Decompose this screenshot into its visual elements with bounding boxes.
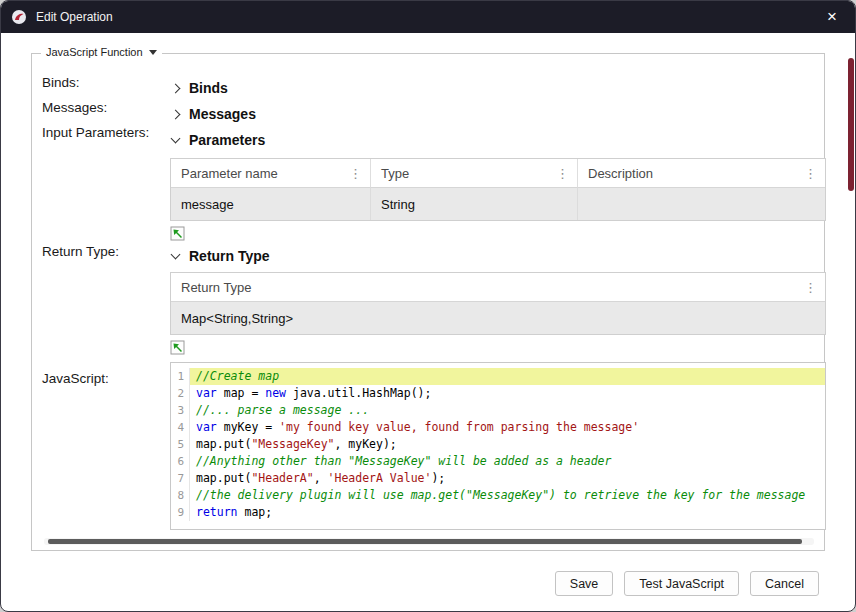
code-line: 7map.put("HeaderA", 'HeaderA Value');	[171, 470, 825, 487]
line-number: 6	[171, 453, 190, 470]
code-line: 1//Create map	[171, 368, 825, 385]
app-icon	[11, 9, 27, 25]
close-icon[interactable]: ×	[809, 1, 855, 33]
parameters-table: Parameter name⋮Type⋮Description⋮ message…	[170, 158, 826, 221]
binds-section-title: Binds	[189, 80, 228, 96]
parameters-table-cell[interactable]: message	[171, 188, 371, 220]
return-type-column-header: Return Type ⋮	[171, 273, 825, 302]
operation-type-dropdown[interactable]: JavaScript Function	[41, 46, 162, 58]
return-type-section-toggle[interactable]: Return Type	[172, 248, 270, 264]
column-menu-icon[interactable]: ⋮	[553, 166, 572, 181]
parameters-column-header: Parameter name⋮	[171, 159, 371, 188]
messages-section-toggle[interactable]: Messages	[172, 106, 256, 122]
code-line: 6//Anything other than "MessageKey" will…	[171, 453, 825, 470]
column-header-label: Type	[381, 166, 409, 181]
return-type-section-title: Return Type	[189, 248, 270, 264]
code-line: 2var map = new java.util.HashMap();	[171, 385, 825, 402]
window-title: Edit Operation	[36, 10, 113, 24]
line-number: 8	[171, 487, 190, 504]
input-parameters-label: Input Parameters:	[42, 125, 149, 140]
operation-type-label: JavaScript Function	[46, 46, 143, 58]
parameters-section-title: Parameters	[189, 132, 265, 148]
expression-editor-icon[interactable]	[170, 340, 185, 355]
column-header-label: Parameter name	[181, 166, 278, 181]
cancel-button[interactable]: Cancel	[750, 571, 819, 596]
code-line: 8//the delivery plugin will use map.get(…	[171, 487, 825, 504]
chevron-down-icon	[149, 50, 157, 55]
line-number: 9	[171, 504, 190, 521]
line-number: 4	[171, 419, 190, 436]
javascript-label: JavaScript:	[42, 371, 109, 386]
line-number: 5	[171, 436, 190, 453]
line-number: 2	[171, 385, 190, 402]
test-javascript-button[interactable]: Test JavaScript	[624, 571, 739, 596]
horizontal-scrollbar	[44, 538, 814, 545]
code-line: 9return map;	[171, 504, 825, 521]
save-button[interactable]: Save	[555, 571, 614, 596]
line-number: 1	[171, 368, 190, 385]
column-menu-icon[interactable]: ⋮	[346, 166, 365, 181]
parameters-column-header: Type⋮	[371, 159, 578, 188]
chevron-right-icon	[171, 83, 181, 93]
messages-section-title: Messages	[189, 106, 256, 122]
code-line: 4var myKey = 'my found key value, found …	[171, 419, 825, 436]
column-menu-icon[interactable]: ⋮	[801, 166, 820, 181]
horizontal-scrollbar-thumb[interactable]	[48, 539, 802, 544]
column-header-label: Description	[588, 166, 653, 181]
parameters-column-header: Description⋮	[578, 159, 825, 188]
code-lines: 1//Create map2var map = new java.util.Ha…	[171, 368, 825, 521]
code-text: var map = new java.util.HashMap();	[190, 385, 825, 402]
javascript-code-editor[interactable]: 1//Create map2var map = new java.util.Ha…	[170, 362, 826, 530]
chevron-right-icon	[171, 109, 181, 119]
code-text: return map;	[190, 504, 825, 521]
chevron-down-icon	[171, 249, 181, 259]
parameters-table-row: messageString	[171, 188, 825, 220]
code-line: 3//... parse a message ...	[171, 402, 825, 419]
expression-editor-icon[interactable]	[170, 226, 185, 241]
footer-buttons: Save Test JavaScript Cancel	[555, 571, 819, 596]
code-text: var myKey = 'my found key value, found f…	[190, 419, 825, 436]
titlebar: Edit Operation ×	[1, 1, 855, 33]
binds-label: Binds:	[42, 75, 80, 90]
line-number: 7	[171, 470, 190, 487]
code-text: map.put("HeaderA", 'HeaderA Value');	[190, 470, 825, 487]
code-text: //... parse a message ...	[190, 402, 825, 419]
line-number: 3	[171, 402, 190, 419]
parameters-table-cell[interactable]	[578, 188, 825, 220]
return-type-cell[interactable]: Map<String,String>	[171, 302, 825, 334]
parameters-section-toggle[interactable]: Parameters	[172, 132, 265, 148]
parameters-table-cell[interactable]: String	[371, 188, 578, 220]
chevron-down-icon	[171, 133, 181, 143]
code-line: 5map.put("MessageKey", myKey);	[171, 436, 825, 453]
messages-label: Messages:	[42, 100, 107, 115]
binds-section-toggle[interactable]: Binds	[172, 80, 228, 96]
vertical-scrollbar-thumb[interactable]	[848, 58, 854, 191]
return-type-label: Return Type:	[42, 244, 119, 259]
code-text: //Anything other than "MessageKey" will …	[190, 453, 825, 470]
column-menu-icon[interactable]: ⋮	[801, 280, 820, 295]
code-text: //Create map	[190, 368, 825, 385]
code-text: map.put("MessageKey", myKey);	[190, 436, 825, 453]
edit-operation-dialog: Edit Operation × JavaScript Function Bin…	[0, 0, 856, 612]
parameters-table-head: Parameter name⋮Type⋮Description⋮	[171, 159, 825, 188]
column-header-label: Return Type	[181, 280, 252, 295]
code-text: //the delivery plugin will use map.get("…	[190, 487, 825, 504]
return-type-table: Return Type ⋮ Map<String,String>	[170, 272, 826, 335]
javascript-function-groupbox: JavaScript Function Binds: Messages: Inp…	[31, 53, 825, 551]
